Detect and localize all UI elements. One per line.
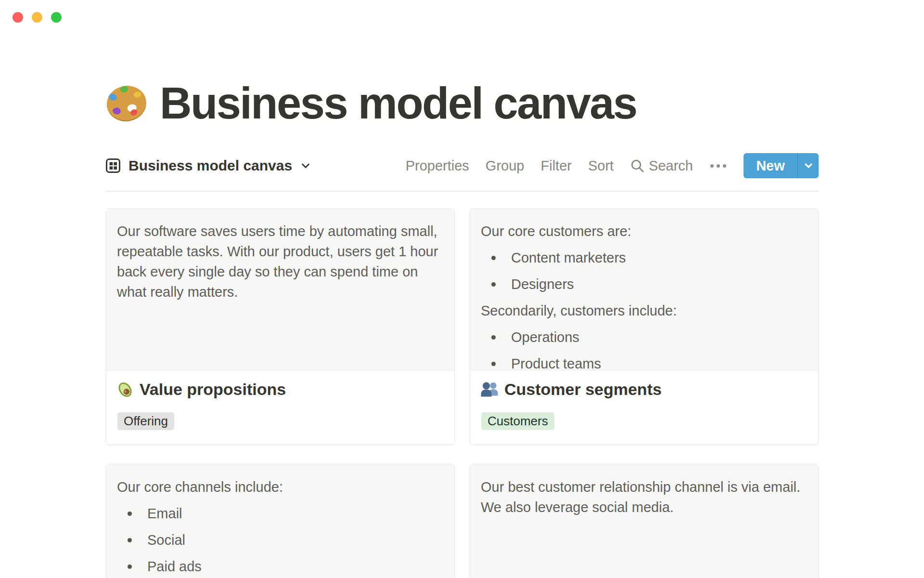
new-button-label[interactable]: New <box>744 153 797 178</box>
page-title[interactable]: Business model canvas <box>160 80 637 127</box>
preview-paragraph: Our software saves users time by automat… <box>117 221 441 302</box>
card-preview: Our core customers are: Content marketer… <box>470 209 818 370</box>
card-customer-segments[interactable]: Our core customers are: Content marketer… <box>470 208 819 445</box>
card-title: Customer segments <box>504 380 662 399</box>
avocado-emoji-icon <box>116 381 134 399</box>
gallery-view-icon <box>106 158 120 173</box>
card-customer-relationships[interactable]: Our best customer relationship channel i… <box>470 464 819 578</box>
preview-bullet-item: Operations <box>481 327 805 347</box>
toolbar-divider <box>106 191 819 192</box>
card-footer: Value propositions Offering <box>106 370 454 445</box>
minimize-window-button[interactable] <box>32 12 42 23</box>
properties-button[interactable]: Properties <box>406 158 469 174</box>
preview-bullet-item: Product teams <box>481 354 805 370</box>
preview-paragraph: Our core channels include: <box>117 477 441 497</box>
chevron-down-icon <box>300 160 311 171</box>
card-value-propositions[interactable]: Our software saves users time by automat… <box>106 208 455 445</box>
card-title: Value propositions <box>140 380 286 399</box>
close-window-button[interactable] <box>13 12 23 23</box>
card-preview: Our software saves users time by automat… <box>106 209 454 370</box>
card-footer: Customer segments Customers <box>470 370 818 445</box>
preview-bullet-item: Designers <box>481 274 805 294</box>
new-dropdown-button[interactable] <box>797 153 819 178</box>
view-selector-label: Business model canvas <box>128 158 292 174</box>
more-options-icon <box>710 164 714 168</box>
palette-emoji-icon <box>106 83 149 123</box>
tag-offering: Offering <box>117 412 174 430</box>
zoom-window-button[interactable] <box>51 12 62 23</box>
tag-customers: Customers <box>481 412 554 430</box>
more-options-button[interactable] <box>709 162 727 170</box>
search-label: Search <box>649 158 693 174</box>
search-button[interactable]: Search <box>630 158 693 174</box>
chevron-down-icon <box>803 160 814 171</box>
preview-bullet-item: Email <box>117 503 441 524</box>
preview-paragraph: Our core customers are: <box>481 221 805 241</box>
page-header: Business model canvas <box>106 80 637 127</box>
preview-paragraph: Our best customer relationship channel i… <box>481 477 805 517</box>
preview-paragraph: Secondarily, customers include: <box>481 301 805 321</box>
toolbar-actions: Properties Group Filter Sort Search New <box>406 153 819 178</box>
sort-button[interactable]: Sort <box>588 158 614 174</box>
gallery-grid: Our software saves users time by automat… <box>106 208 819 578</box>
card-preview: Our best customer relationship channel i… <box>470 464 818 578</box>
database-toolbar: Business model canvas Properties Group F… <box>106 153 819 178</box>
filter-button[interactable]: Filter <box>540 158 571 174</box>
preview-bullet-item: Social <box>117 530 441 550</box>
preview-bullet-item: Content marketers <box>481 248 805 268</box>
view-selector[interactable]: Business model canvas <box>106 158 311 174</box>
group-button[interactable]: Group <box>486 158 525 174</box>
window-controls <box>13 12 62 23</box>
new-button[interactable]: New <box>744 153 819 178</box>
busts-in-silhouette-emoji-icon <box>480 381 499 398</box>
card-preview: Our core channels include: Email Social … <box>106 464 454 578</box>
preview-bullet-item: Paid ads <box>117 556 441 577</box>
search-icon <box>630 158 644 173</box>
card-channels[interactable]: Our core channels include: Email Social … <box>106 464 455 578</box>
